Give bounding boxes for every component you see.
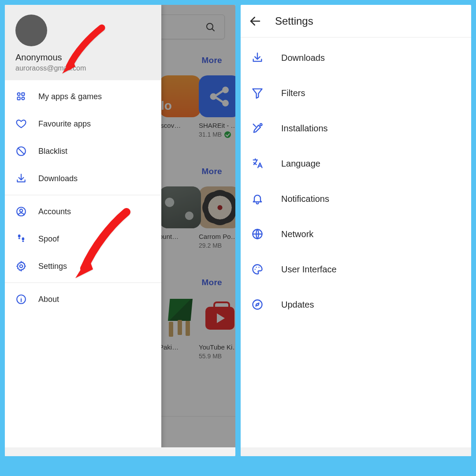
settings-item-language[interactable]: Language <box>241 146 471 181</box>
svg-point-23 <box>21 297 21 297</box>
settings-item-label: Downloads <box>281 53 325 63</box>
settings-item-updates[interactable]: Updates <box>241 287 471 322</box>
drawer-item-blacklist[interactable]: Blacklist <box>5 138 161 165</box>
gear-icon <box>15 260 27 272</box>
settings-item-label: User Interface <box>281 264 337 275</box>
settings-item-label: Notifications <box>281 194 329 204</box>
bell-icon <box>251 193 264 205</box>
filter-icon <box>251 87 264 99</box>
svg-point-16 <box>18 234 21 238</box>
drawer-item-label: Spoof <box>38 234 59 244</box>
tools-icon <box>251 122 264 134</box>
nav-drawer: Anonymous auroraoss@gmail.com My apps & … <box>5 5 161 456</box>
globe-icon <box>251 228 264 240</box>
svg-point-20 <box>20 265 23 268</box>
right-phone-screen: Settings Downloads Filters Installations… <box>241 5 471 456</box>
settings-item-downloads[interactable]: Downloads <box>241 40 471 75</box>
back-button[interactable] <box>249 15 262 28</box>
svg-marker-34 <box>256 303 259 306</box>
drawer-item-label: Favourite apps <box>38 119 91 129</box>
drawer-item-label: Accounts <box>38 207 71 216</box>
settings-header: Settings <box>241 5 471 37</box>
drawer-item-about[interactable]: About <box>5 286 161 313</box>
drawer-item-label: Settings <box>38 262 67 271</box>
drawer-item-settings[interactable]: Settings <box>5 253 161 280</box>
user-email: auroraoss@gmail.com <box>15 64 151 72</box>
page-title: Settings <box>275 15 313 27</box>
footsteps-icon <box>15 233 27 245</box>
svg-point-17 <box>19 238 20 239</box>
settings-item-ui[interactable]: User Interface <box>241 252 471 287</box>
svg-point-31 <box>256 267 257 268</box>
drawer-item-spoof[interactable]: Spoof <box>5 225 161 253</box>
svg-point-30 <box>255 269 256 270</box>
settings-item-label: Filters <box>281 88 305 98</box>
svg-point-18 <box>22 238 25 241</box>
drawer-item-downloads[interactable]: Downloads <box>5 165 161 192</box>
blocked-icon <box>15 145 27 157</box>
svg-line-13 <box>18 148 24 154</box>
settings-item-filters[interactable]: Filters <box>241 75 471 111</box>
svg-point-19 <box>22 241 24 242</box>
settings-item-label: Updates <box>281 300 314 310</box>
settings-item-label: Network <box>281 229 313 239</box>
svg-point-11 <box>22 97 24 100</box>
settings-item-label: Installations <box>281 123 328 134</box>
settings-item-label: Language <box>281 159 320 169</box>
palette-icon <box>251 263 264 275</box>
settings-item-notifications[interactable]: Notifications <box>241 181 471 216</box>
apps-icon <box>15 91 27 102</box>
settings-item-installations[interactable]: Installations <box>241 111 471 146</box>
svg-rect-10 <box>18 97 20 100</box>
compass-icon <box>251 298 264 311</box>
drawer-item-label: Downloads <box>38 174 78 183</box>
heart-icon <box>15 118 27 130</box>
nav-bar-strip <box>241 447 471 456</box>
drawer-item-label: About <box>38 295 59 304</box>
language-icon <box>251 157 264 170</box>
drawer-item-accounts[interactable]: Accounts <box>5 198 161 225</box>
svg-point-8 <box>18 93 20 96</box>
info-icon <box>15 294 27 305</box>
avatar <box>15 15 47 46</box>
svg-point-28 <box>260 124 262 126</box>
account-icon <box>15 206 27 217</box>
svg-point-32 <box>258 267 259 268</box>
download-icon <box>15 173 27 184</box>
download-icon <box>251 52 264 64</box>
settings-item-network[interactable]: Network <box>241 216 471 252</box>
user-name: Anonymous <box>15 52 151 63</box>
svg-rect-9 <box>22 93 24 96</box>
svg-marker-27 <box>253 89 262 98</box>
drawer-item-label: Blacklist <box>38 147 67 156</box>
svg-point-33 <box>253 300 262 309</box>
drawer-item-favourites[interactable]: Favourite apps <box>5 110 161 138</box>
settings-list: Downloads Filters Installations Language… <box>241 37 471 325</box>
svg-point-15 <box>20 209 23 212</box>
arrow-left-icon <box>249 15 262 28</box>
drawer-header[interactable]: Anonymous auroraoss@gmail.com <box>5 5 161 80</box>
drawer-item-my-apps[interactable]: My apps & games <box>5 83 161 110</box>
left-phone-screen: es More More More lo iscov… SHAREit - Tr… <box>5 5 235 456</box>
drawer-item-label: My apps & games <box>38 92 102 101</box>
nav-bar-strip <box>5 447 235 456</box>
